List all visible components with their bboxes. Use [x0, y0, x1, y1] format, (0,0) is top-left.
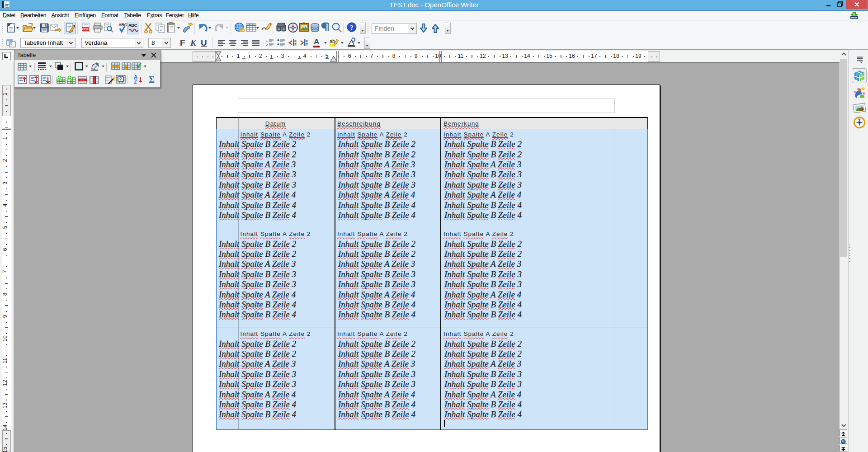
svg-text:?: ? [350, 24, 354, 31]
svg-text:PDF: PDF [82, 28, 89, 31]
svg-text:ABC: ABC [128, 23, 137, 28]
svg-text:ab: ab [330, 38, 335, 44]
svg-text:ABC: ABC [118, 22, 127, 27]
svg-text:2: 2 [266, 43, 268, 47]
svg-text:1: 1 [266, 39, 268, 43]
